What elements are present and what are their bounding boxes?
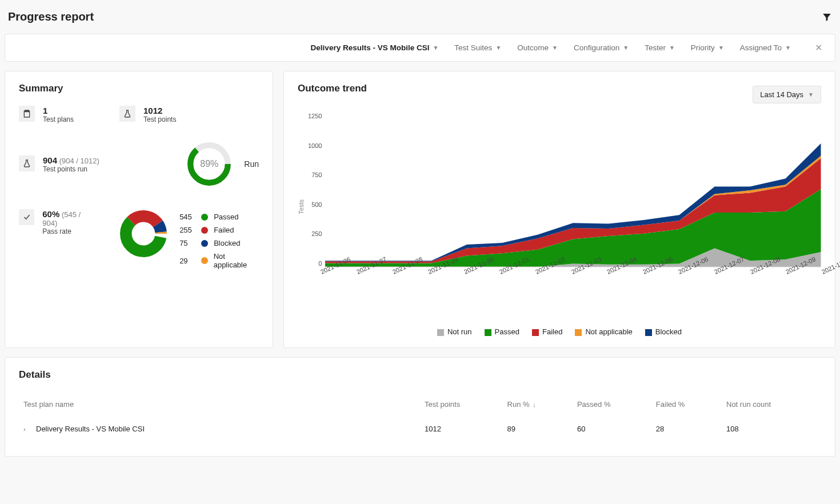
page-title: Progress report — [8, 10, 94, 23]
stat-label: Test points run — [43, 165, 99, 173]
chevron-down-icon: ▼ — [718, 45, 724, 51]
stat-test-points: 1012 Test points — [119, 106, 176, 123]
chevron-down-icon: ▼ — [808, 91, 814, 98]
legend-blocked: 75 Blocked — [179, 239, 259, 247]
swatch-icon — [645, 329, 652, 336]
sort-down-icon: ↓ — [533, 401, 536, 408]
run-donut-label: Run — [244, 159, 259, 169]
chevron-right-icon[interactable]: › — [23, 426, 30, 433]
stat-label: Pass rate — [42, 227, 96, 235]
legend-failed: Failed — [532, 327, 562, 336]
table-header-row: Test plan name Test points Run % ↓ Passe… — [19, 394, 821, 419]
trend-card: Outcome trend Last 14 Days ▼ Tests 12501… — [283, 71, 835, 348]
stat-test-plans: 1 Test plans — [19, 106, 74, 123]
outcome-donut — [119, 209, 168, 258]
swatch-icon — [201, 240, 208, 247]
swatch-icon — [201, 257, 208, 264]
y-axis-label: Tests — [298, 199, 305, 214]
details-card: Details Test plan name Test points Run %… — [5, 357, 835, 457]
outcome-legend: 545 Passed 255 Failed 75 Blocked 29 — [179, 213, 259, 269]
clipboard-icon — [19, 106, 35, 122]
stat-label: Test points — [143, 115, 176, 123]
stat-pass-rate: 60% (545 / 904) Pass rate — [19, 209, 96, 235]
legend-na: 29 Not applicable — [179, 252, 259, 269]
x-axis-ticks: 2021-11-262021-11-272021-11-282021-11-29… — [325, 269, 821, 276]
col-notrun[interactable]: Not run count — [722, 394, 821, 419]
swatch-icon — [532, 329, 539, 336]
legend-blocked: Blocked — [645, 327, 682, 336]
filter-plan[interactable]: Delivery Results - VS Mobile CSI ▼ — [311, 43, 439, 52]
filter-icon[interactable] — [822, 12, 832, 22]
legend-failed: 255 Failed — [179, 226, 259, 234]
trend-chart: Tests 125010007505002500 2021-11-262021-… — [298, 113, 821, 301]
col-run[interactable]: Run % ↓ — [503, 394, 573, 419]
legend-passed: Passed — [485, 327, 519, 336]
run-donut-percent: 89% — [185, 139, 234, 189]
chevron-down-icon: ▼ — [623, 45, 629, 51]
stat-test-points-run: 904 (904 / 1012) Test points run — [19, 155, 99, 173]
swatch-icon — [485, 329, 491, 336]
stat-label: Test plans — [43, 115, 74, 123]
details-title: Details — [19, 369, 821, 381]
area-chart-svg — [325, 113, 821, 267]
chevron-down-icon: ▼ — [495, 45, 501, 51]
close-icon[interactable]: ✕ — [807, 42, 822, 53]
chevron-down-icon: ▼ — [552, 45, 558, 51]
y-axis-ticks: 125010007505002500 — [308, 113, 325, 267]
filter-assigned-to[interactable]: Assigned To▼ — [740, 43, 791, 52]
filter-priority[interactable]: Priority▼ — [691, 43, 724, 52]
chevron-down-icon: ▼ — [433, 45, 438, 51]
chevron-down-icon: ▼ — [785, 45, 791, 51]
summary-card: Summary 1 Test plans 1012 Test points — [5, 71, 273, 348]
page-header: Progress report — [5, 5, 835, 34]
col-name[interactable]: Test plan name — [19, 394, 420, 419]
trend-legend: Not run Passed Failed Not applicable Blo… — [298, 327, 821, 336]
swatch-icon — [201, 227, 208, 234]
swatch-icon — [437, 329, 444, 336]
run-donut: 89% — [185, 139, 234, 189]
legend-na: Not applicable — [575, 327, 632, 336]
trend-title: Outcome trend — [298, 83, 367, 94]
check-icon — [19, 209, 34, 225]
stat-value: 904 — [43, 155, 57, 165]
filter-tester[interactable]: Tester▼ — [645, 43, 675, 52]
filter-plan-label: Delivery Results - VS Mobile CSI — [311, 43, 430, 52]
chevron-down-icon: ▼ — [669, 45, 675, 51]
swatch-icon — [575, 329, 582, 336]
details-table: Test plan name Test points Run % ↓ Passe… — [19, 394, 821, 439]
filter-test-suites[interactable]: Test Suites▼ — [454, 43, 501, 52]
filter-configuration[interactable]: Configuration▼ — [574, 43, 629, 52]
stat-value: 1012 — [143, 106, 176, 115]
col-failed[interactable]: Failed % — [651, 394, 722, 419]
col-points[interactable]: Test points — [420, 394, 503, 419]
legend-notrun: Not run — [437, 327, 472, 336]
beaker-icon — [19, 155, 35, 171]
table-row[interactable]: ›Delivery Results - VS Mobile CSI1012896… — [19, 419, 821, 439]
legend-passed: 545 Passed — [179, 213, 259, 221]
date-range-button[interactable]: Last 14 Days ▼ — [753, 86, 821, 103]
filter-outcome[interactable]: Outcome▼ — [517, 43, 558, 52]
beaker-icon — [119, 106, 135, 122]
col-passed[interactable]: Passed % — [573, 394, 651, 419]
summary-title: Summary — [19, 83, 259, 94]
swatch-icon — [201, 214, 208, 221]
stat-value: 1 — [43, 106, 74, 115]
stat-sub: (904 / 1012) — [59, 157, 99, 165]
stat-value: 60% — [42, 209, 59, 219]
filter-bar: Delivery Results - VS Mobile CSI ▼ Test … — [5, 34, 835, 62]
